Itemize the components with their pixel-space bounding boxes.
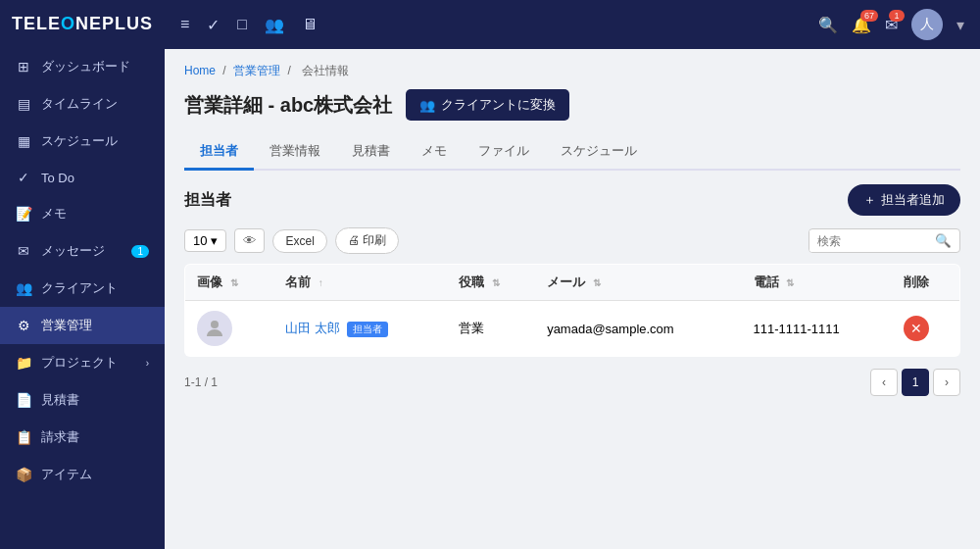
breadcrumb-company: 会社情報: [302, 64, 349, 77]
search-input[interactable]: [809, 230, 927, 252]
sidebar-item-label: アイテム: [41, 466, 92, 483]
print-icon: 🖨: [348, 233, 360, 247]
tab-estimates[interactable]: 見積書: [336, 134, 406, 171]
sidebar-item-dashboard[interactable]: ⊞ ダッシュボード: [0, 48, 165, 85]
sidebar-item-schedule[interactable]: ▦ スケジュール: [0, 123, 165, 160]
sidebar-item-timeline[interactable]: ▤ タイムライン: [0, 85, 165, 123]
delete-staff-button[interactable]: ✕: [904, 316, 929, 341]
sidebar-nav: ⊞ ダッシュボード ▤ タイムライン ▦ スケジュール ✓ To Do 📝 メモ…: [0, 48, 165, 549]
hide-columns-button[interactable]: 👁: [234, 228, 265, 253]
cell-delete: ✕: [892, 301, 959, 357]
sidebar-item-label: 見積書: [41, 391, 79, 409]
sidebar-item-memo[interactable]: 📝 メモ: [0, 195, 165, 232]
search-box[interactable]: 🔍: [808, 228, 960, 253]
cell-phone: 111-1111-1111: [742, 301, 893, 357]
monitor-icon[interactable]: 🖥: [302, 16, 318, 33]
sidebar-item-items[interactable]: 📦 アイテム: [0, 456, 165, 493]
todo-icon: ✓: [16, 170, 31, 185]
sidebar-item-label: 営業管理: [41, 317, 92, 334]
page-buttons: ‹ 1 ›: [870, 369, 960, 396]
users-icon[interactable]: 👥: [265, 16, 284, 34]
notification-bell[interactable]: 🔔 67: [852, 16, 871, 34]
tab-staff[interactable]: 担当者: [184, 134, 254, 171]
timeline-icon: ▤: [16, 96, 31, 112]
sidebar-item-label: メモ: [41, 205, 67, 223]
sidebar-item-label: To Do: [41, 171, 74, 185]
sales-icon: ⚙: [16, 318, 31, 333]
invoices-icon: 📋: [16, 429, 31, 445]
breadcrumb-sep2: /: [287, 64, 290, 77]
current-page-button[interactable]: 1: [902, 369, 929, 396]
sidebar-item-messages[interactable]: ✉ メッセージ 1: [0, 232, 165, 270]
sort-icon: ⇅: [593, 277, 601, 288]
per-page-select[interactable]: 10 ▾: [184, 229, 226, 252]
cell-role: 営業: [447, 301, 535, 357]
message-count: 1: [889, 10, 905, 22]
add-icon: ＋: [863, 191, 876, 209]
breadcrumb: Home / 営業管理 / 会社情報: [184, 63, 960, 79]
search-icon[interactable]: 🔍: [818, 16, 838, 34]
main-area: ≡ ✓ □ 👥 🖥 🔍 🔔 67 ✉ 1 人 ▾ Home / 営: [165, 0, 980, 549]
sidebar-item-projects[interactable]: 📁 プロジェクト ›: [0, 344, 165, 381]
excel-export-button[interactable]: Excel: [272, 229, 326, 253]
logo-text: TELEONEPLUS: [12, 14, 153, 34]
tab-sales-info[interactable]: 営業情報: [254, 134, 336, 171]
sidebar-item-label: クライアント: [41, 279, 118, 297]
print-button[interactable]: 🖨 印刷: [335, 227, 399, 254]
notification-count: 67: [860, 10, 878, 22]
estimates-icon: 📄: [16, 392, 31, 408]
sidebar-item-todo[interactable]: ✓ To Do: [0, 160, 165, 195]
add-btn-label: 担当者追加: [881, 191, 945, 209]
sidebar-item-estimates[interactable]: 📄 見積書: [0, 381, 165, 419]
avatar-initial: 人: [920, 16, 934, 33]
sidebar-item-invoices[interactable]: 📋 請求書: [0, 419, 165, 456]
sidebar-item-sales[interactable]: ⚙ 営業管理: [0, 307, 165, 344]
dashboard-icon: ⊞: [16, 59, 31, 75]
check-icon[interactable]: ✓: [207, 16, 220, 34]
hamburger-icon[interactable]: ≡: [180, 16, 189, 33]
staff-name-link[interactable]: 山田 太郎: [285, 321, 340, 335]
window-icon[interactable]: □: [237, 16, 247, 33]
cell-avatar: [185, 301, 274, 357]
sort-icon: ⇅: [230, 277, 238, 288]
tab-schedule[interactable]: スケジュール: [545, 134, 653, 171]
messages-bell[interactable]: ✉ 1: [885, 16, 898, 34]
col-name: 名前 ↑: [273, 265, 447, 301]
user-avatar: [197, 311, 232, 346]
col-email: メール ⇅: [535, 265, 741, 301]
logo-highlight: O: [61, 14, 75, 33]
add-staff-button[interactable]: ＋ 担当者追加: [848, 184, 960, 216]
tab-files[interactable]: ファイル: [463, 134, 545, 171]
dropdown-chevron-icon[interactable]: ▾: [956, 16, 964, 34]
breadcrumb-home[interactable]: Home: [184, 64, 216, 77]
prev-page-button[interactable]: ‹: [870, 369, 898, 396]
sort-icon: ⇅: [786, 277, 794, 288]
sidebar-item-label: ダッシュボード: [41, 58, 130, 75]
schedule-icon: ▦: [16, 133, 31, 149]
search-button[interactable]: 🔍: [927, 229, 959, 252]
section-title: 担当者: [184, 190, 231, 211]
staff-role-badge: 担当者: [347, 322, 388, 337]
breadcrumb-sales[interactable]: 営業管理: [233, 64, 280, 77]
section-header: 担当者 ＋ 担当者追加: [184, 184, 960, 216]
avatar[interactable]: 人: [911, 9, 943, 40]
convert-btn-label: クライアントに変換: [441, 96, 556, 114]
messages-badge: 1: [131, 245, 149, 258]
toolbar: 10 ▾ 👁 Excel 🖨 印刷 🔍: [184, 227, 960, 254]
table-header: 画像 ⇅ 名前 ↑ 役職 ⇅ メール ⇅: [185, 265, 960, 301]
page-title: 営業詳細 - abc株式会社: [184, 92, 392, 119]
pagination-summary: 1-1 / 1: [184, 375, 218, 389]
next-page-button[interactable]: ›: [933, 369, 960, 396]
sidebar: TELEONEPLUS ⊞ ダッシュボード ▤ タイムライン ▦ スケジュール …: [0, 0, 165, 549]
clients-icon: 👥: [16, 280, 31, 296]
sidebar-item-label: メッセージ: [41, 242, 105, 260]
page-header: 営業詳細 - abc株式会社 👥 クライアントに変換: [184, 89, 960, 121]
per-page-arrow-icon: ▾: [211, 233, 218, 248]
tab-memo[interactable]: メモ: [406, 134, 463, 171]
sidebar-item-clients[interactable]: 👥 クライアント: [0, 270, 165, 307]
table-body: 山田 太郎 担当者 営業 yamada@sample.com 111-1111-…: [185, 301, 960, 357]
col-delete: 削除: [892, 265, 959, 301]
convert-to-client-button[interactable]: 👥 クライアントに変換: [406, 89, 569, 121]
sort-icon: ↑: [318, 277, 323, 288]
print-label: 印刷: [363, 233, 386, 247]
